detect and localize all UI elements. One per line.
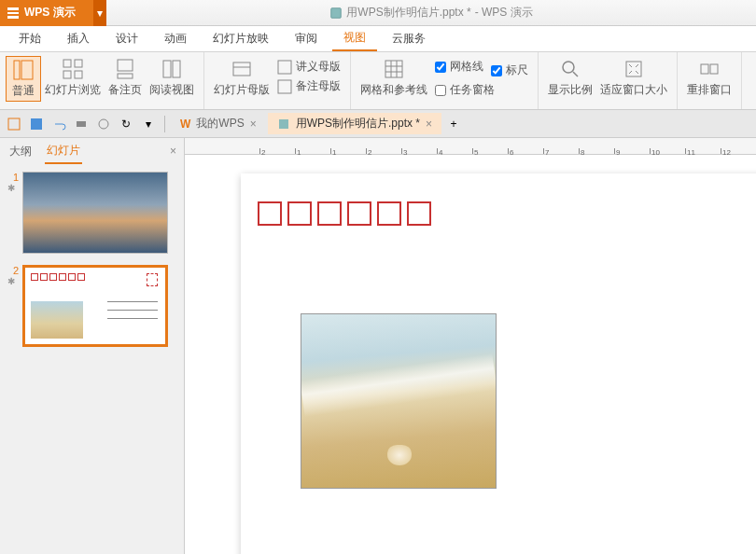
svg-rect-2 [21, 61, 33, 79]
svg-rect-22 [626, 62, 641, 76]
svg-rect-14 [278, 80, 291, 93]
quick-toolbar: ↻ ▾ W 我的WPS × 用WPS制作明信片.pptx * × + [0, 110, 756, 138]
wps-logo-icon: W [180, 118, 190, 131]
redo-icon[interactable]: ↻ [116, 114, 136, 134]
menu-design[interactable]: 设计 [105, 27, 149, 50]
view-notes-button[interactable]: 备注页 [105, 56, 146, 100]
menu-view[interactable]: 视图 [332, 26, 377, 51]
app-name: WPS 演示 [24, 5, 76, 21]
postcode-boxes[interactable] [258, 201, 431, 226]
svg-point-28 [99, 119, 108, 129]
svg-rect-13 [278, 61, 291, 74]
slide-panel: 大纲 幻灯片 × 1✱ 2✱ [0, 138, 185, 554]
close-icon[interactable]: × [426, 118, 432, 131]
slide-thumbnail-1[interactable] [22, 172, 168, 254]
rearrange-button[interactable]: 重排窗口 [683, 56, 735, 100]
tab-mywps[interactable]: W 我的WPS × [171, 113, 266, 134]
fit-window-button[interactable]: 适应窗口大小 [596, 56, 671, 100]
print-icon[interactable] [71, 114, 91, 134]
svg-line-21 [573, 72, 578, 76]
current-slide[interactable] [241, 173, 756, 554]
thumbnail-list: 1✱ 2✱ [0, 164, 184, 554]
tab-outline[interactable]: 大纲 [7, 140, 34, 163]
horizontal-ruler[interactable]: 211234567891011121314 [185, 138, 756, 155]
animation-icon: ✱ [7, 183, 19, 193]
svg-rect-25 [8, 118, 20, 130]
close-icon[interactable]: × [250, 118, 257, 131]
view-normal-button[interactable]: 普通 [6, 56, 41, 102]
slide-thumbnail-2[interactable] [22, 265, 168, 347]
svg-rect-10 [173, 61, 180, 77]
new-icon[interactable] [4, 114, 24, 134]
canvas-area: 211234567891011121314 [185, 138, 756, 554]
beach-image[interactable] [301, 313, 497, 489]
svg-rect-26 [31, 118, 42, 130]
file-icon [277, 118, 290, 131]
svg-rect-23 [701, 64, 708, 74]
svg-rect-29 [279, 119, 288, 129]
svg-rect-27 [77, 121, 86, 127]
save-icon[interactable] [26, 114, 47, 134]
slide-canvas[interactable] [185, 155, 756, 554]
svg-rect-4 [75, 60, 82, 67]
svg-rect-7 [118, 60, 133, 71]
preview-icon[interactable] [93, 114, 114, 134]
tab-document[interactable]: 用WPS制作明信片.pptx * × [268, 113, 441, 134]
svg-point-20 [563, 62, 574, 73]
master-lecture-button[interactable]: 讲义母版 [275, 58, 343, 76]
undo-icon[interactable] [49, 114, 69, 134]
master-slide-button[interactable]: 幻灯片母版 [210, 56, 273, 100]
view-reading-button[interactable]: 阅读视图 [146, 56, 198, 100]
svg-rect-11 [233, 62, 250, 76]
close-panel-icon[interactable]: × [170, 145, 176, 158]
menu-cloud[interactable]: 云服务 [381, 27, 437, 50]
app-menu-dropdown[interactable]: ▾ [93, 0, 106, 26]
svg-rect-1 [14, 61, 20, 79]
svg-rect-24 [710, 64, 718, 74]
master-notes-button[interactable]: 备注母版 [275, 77, 343, 95]
title-bar: WPS 演示 ▾ 用WPS制作明信片.pptx * - WPS 演示 [0, 0, 756, 26]
menu-start[interactable]: 开始 [7, 27, 52, 50]
opt-taskpane-checkbox[interactable]: 任务窗格 [433, 81, 530, 99]
tab-slides[interactable]: 幻灯片 [45, 139, 82, 164]
svg-rect-8 [118, 74, 133, 78]
svg-rect-3 [63, 60, 71, 67]
svg-rect-5 [63, 71, 71, 78]
svg-rect-6 [75, 71, 82, 78]
view-sorter-button[interactable]: 幻灯片浏览 [41, 56, 105, 100]
menu-animation[interactable]: 动画 [153, 27, 198, 50]
svg-rect-15 [385, 61, 402, 77]
svg-rect-0 [331, 7, 342, 18]
app-logo[interactable]: WPS 演示 [0, 0, 93, 26]
add-tab-icon[interactable]: + [443, 114, 464, 134]
main-area: 大纲 幻灯片 × 1✱ 2✱ 211 [0, 138, 756, 554]
menu-bar: 开始 插入 设计 动画 幻灯片放映 审阅 视图 云服务 [0, 26, 756, 52]
ribbon: 普通 幻灯片浏览 备注页 阅读视图 幻灯片母版 讲义母版 备注母版 网格和参考线 [0, 52, 756, 110]
animation-icon: ✱ [7, 276, 19, 286]
zoom-button[interactable]: 显示比例 [544, 56, 596, 100]
menu-review[interactable]: 审阅 [284, 27, 329, 50]
svg-rect-9 [163, 61, 171, 77]
more-icon[interactable]: ▾ [138, 114, 159, 134]
grid-refs-button[interactable]: 网格和参考线 [357, 56, 431, 100]
window-title: 用WPS制作明信片.pptx * - WPS 演示 [106, 5, 756, 21]
opt-ruler-checkbox[interactable]: 标尺 [489, 62, 530, 79]
menu-insert[interactable]: 插入 [56, 27, 101, 50]
menu-slideshow[interactable]: 幻灯片放映 [202, 27, 280, 50]
